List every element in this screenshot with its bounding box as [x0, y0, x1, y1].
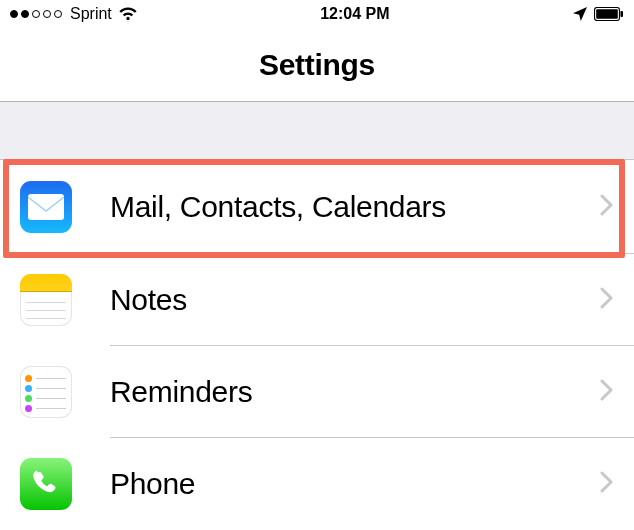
row-label: Phone: [110, 467, 195, 501]
row-reminders[interactable]: Reminders: [0, 346, 634, 438]
location-icon: [572, 6, 588, 22]
section-spacer: [0, 102, 634, 160]
battery-icon: [594, 7, 624, 21]
svg-rect-2: [621, 11, 624, 17]
chevron-right-icon: [600, 471, 614, 497]
chevron-right-icon: [600, 379, 614, 405]
chevron-right-icon: [600, 194, 614, 220]
row-mail-contacts-calendars[interactable]: Mail, Contacts, Calendars: [0, 160, 634, 254]
notes-icon: [20, 274, 72, 326]
nav-title-bar: Settings: [0, 28, 634, 102]
carrier-label: Sprint: [70, 5, 112, 23]
chevron-right-icon: [600, 287, 614, 313]
page-title: Settings: [259, 48, 375, 82]
row-notes[interactable]: Notes: [0, 254, 634, 346]
row-label: Mail, Contacts, Calendars: [110, 190, 446, 224]
svg-rect-3: [28, 194, 64, 220]
wifi-icon: [118, 7, 138, 22]
svg-rect-1: [596, 9, 618, 19]
settings-list: Mail, Contacts, Calendars Notes Reminder…: [0, 160, 634, 530]
row-label: Notes: [110, 283, 187, 317]
phone-icon: [20, 458, 72, 510]
cell-signal-icon: [10, 10, 62, 18]
mail-icon: [20, 181, 72, 233]
reminders-icon: [20, 366, 72, 418]
status-time: 12:04 PM: [138, 5, 572, 23]
row-label: Reminders: [110, 375, 252, 409]
row-phone[interactable]: Phone: [0, 438, 634, 530]
status-bar: Sprint 12:04 PM: [0, 0, 634, 28]
